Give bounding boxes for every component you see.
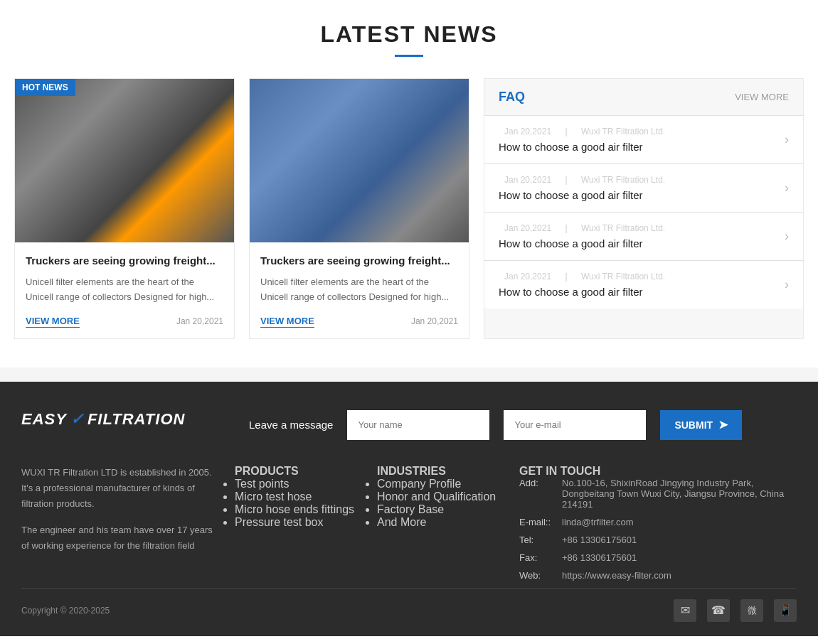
footer: EASY✓FILTRATION Leave a message SUBMIT ➤… (0, 382, 818, 636)
footer-desc-1: WUXI TR Filtration LTD is established in… (21, 465, 221, 512)
faq-item-3-question: How to choose a good air filter (499, 286, 777, 298)
contact-email-row: E-mail:: linda@trfilter.com (519, 517, 797, 527)
news-card-1-title: Truckers are seeing growing freight... (26, 253, 223, 268)
products-list: Test points Micro test hose Micro hose e… (235, 478, 377, 529)
faq-item-3[interactable]: Jan 20,2021 | Wuxi TR Filtration Ltd. Ho… (484, 261, 803, 308)
faq-item-1[interactable]: Jan 20,2021 | Wuxi TR Filtration Ltd. Ho… (484, 164, 803, 213)
product-item-2[interactable]: Micro hose ends fittings (235, 503, 377, 516)
address-label: Add: (519, 478, 555, 510)
news-card-2: Truckers are seeing growing freight... U… (249, 78, 469, 339)
wechat-social-icon[interactable]: 微 (740, 599, 763, 622)
contact-web-row: Web: https://www.easy-filter.com (519, 570, 797, 581)
tel-label: Tel: (519, 535, 555, 545)
footer-logo: EASY✓FILTRATION (21, 410, 235, 429)
industry-item-2[interactable]: Factory Base (377, 503, 519, 516)
social-icons: ✉ ☎ 微 📱 (674, 599, 797, 622)
email-social-icon[interactable]: ✉ (674, 599, 696, 622)
footer-desc-2: The engineer and his team have over 17 y… (21, 522, 221, 554)
faq-panel: FAQ VIEW MORE Jan 20,2021 | Wuxi TR Filt… (484, 78, 804, 339)
section-title: LATEST NEWS (14, 21, 804, 48)
contact-heading: GET IN TOUCH (519, 465, 797, 478)
fax-value: +86 13306175601 (562, 552, 637, 563)
product-item-0[interactable]: Test points (235, 478, 377, 490)
footer-products-col: PRODUCTS Test points Micro test hose Mic… (235, 465, 377, 588)
faq-item-0-meta: Jan 20,2021 | Wuxi TR Filtration Ltd. (499, 127, 777, 136)
footer-brand-col: WUXI TR Filtration LTD is established in… (21, 465, 235, 588)
contact-tel-row: Tel: +86 13306175601 (519, 535, 797, 545)
footer-columns-row: WUXI TR Filtration LTD is established in… (21, 465, 797, 588)
news-card-2-image (250, 79, 469, 242)
footer-logo-area: EASY✓FILTRATION (21, 410, 235, 439)
news-grid: HOT NEWS Truckers are seeing growing fre… (14, 78, 804, 339)
faq-item-3-chevron: › (785, 277, 789, 292)
submit-button[interactable]: SUBMIT ➤ (660, 410, 742, 440)
news-card-1-view-more[interactable]: VIEW MORE (26, 316, 80, 328)
product-item-1[interactable]: Micro test hose (235, 490, 377, 503)
phone-social-icon[interactable]: ☎ (707, 599, 730, 622)
address-value: No.100-16, ShixinRoad Jingying Industry … (562, 478, 797, 510)
leave-message-label: Leave a message (249, 419, 333, 431)
faq-item-1-content: Jan 20,2021 | Wuxi TR Filtration Ltd. Ho… (499, 175, 777, 201)
logo-check-icon: ✓ (70, 410, 84, 429)
news-card-2-title: Truckers are seeing growing freight... (260, 253, 458, 268)
name-input[interactable] (347, 410, 489, 440)
faq-item-2-question: How to choose a good air filter (499, 237, 777, 249)
email-label: E-mail:: (519, 517, 555, 527)
products-heading: PRODUCTS (235, 465, 377, 478)
industries-heading: INDUSTRIES (377, 465, 519, 478)
email-value: linda@trfilter.com (562, 517, 634, 527)
spacer (0, 367, 818, 382)
news-card-2-date: Jan 20,2021 (411, 316, 458, 326)
email-input[interactable] (504, 410, 646, 440)
faq-item-0-content: Jan 20,2021 | Wuxi TR Filtration Ltd. Ho… (499, 127, 777, 153)
product-item-3[interactable]: Pressure test box (235, 516, 377, 529)
faq-title: FAQ (499, 90, 525, 104)
faq-item-1-question: How to choose a good air filter (499, 189, 777, 201)
faq-item-3-meta: Jan 20,2021 | Wuxi TR Filtration Ltd. (499, 272, 777, 281)
logo-filtration: FILTRATION (87, 410, 186, 429)
section-divider (395, 55, 423, 57)
footer-bottom-bar: Copyright © 2020-2025 ✉ ☎ 微 📱 (21, 588, 797, 622)
contact-address-row: Add: No.100-16, ShixinRoad Jingying Indu… (519, 478, 797, 510)
news-card-2-footer: VIEW MORE Jan 20,2021 (260, 316, 458, 328)
faq-item-1-chevron: › (785, 181, 789, 195)
footer-industries-col: INDUSTRIES Company Profile Honor and Qua… (377, 465, 519, 588)
web-value: https://www.easy-filter.com (562, 570, 671, 581)
faq-item-2[interactable]: Jan 20,2021 | Wuxi TR Filtration Ltd. Ho… (484, 213, 803, 261)
faq-header: FAQ VIEW MORE (484, 79, 803, 116)
news-card-2-body: Truckers are seeing growing freight... U… (250, 242, 469, 338)
submit-arrow-icon: ➤ (718, 418, 728, 431)
latest-news-section: LATEST NEWS HOT NEWS Truckers are seeing… (0, 0, 818, 367)
faq-item-2-content: Jan 20,2021 | Wuxi TR Filtration Ltd. Ho… (499, 223, 777, 249)
tel-value: +86 13306175601 (562, 535, 637, 545)
fax-label: Fax: (519, 552, 555, 563)
news-card-1-image: HOT NEWS (15, 79, 234, 242)
faq-item-0-question: How to choose a good air filter (499, 141, 777, 153)
hot-news-badge: HOT NEWS (15, 79, 75, 96)
web-label: Web: (519, 570, 555, 581)
footer-contact-col: GET IN TOUCH Add: No.100-16, ShixinRoad … (519, 465, 797, 588)
contact-fax-row: Fax: +86 13306175601 (519, 552, 797, 563)
news-card-2-view-more[interactable]: VIEW MORE (260, 316, 314, 328)
submit-label: SUBMIT (674, 419, 713, 431)
copyright-text: Copyright © 2020-2025 (21, 606, 110, 616)
industry-item-1[interactable]: Honor and Qualification (377, 490, 519, 503)
faq-item-1-meta: Jan 20,2021 | Wuxi TR Filtration Ltd. (499, 175, 777, 185)
faq-item-0[interactable]: Jan 20,2021 | Wuxi TR Filtration Ltd. Ho… (484, 116, 803, 164)
whatsapp-social-icon[interactable]: 📱 (774, 599, 797, 622)
faq-item-0-chevron: › (785, 132, 789, 147)
news-card-1-desc: Unicell filter elements are the heart of… (26, 275, 223, 305)
industry-item-0[interactable]: Company Profile (377, 478, 519, 490)
footer-message-row: EASY✓FILTRATION Leave a message SUBMIT ➤ (21, 410, 797, 440)
news-card-1-footer: VIEW MORE Jan 20,2021 (26, 316, 223, 328)
news-card-2-desc: Unicell filter elements are the heart of… (260, 275, 458, 305)
logo-easy: EASY (21, 410, 67, 429)
faq-view-more[interactable]: VIEW MORE (735, 92, 789, 102)
news-card-1-date: Jan 20,2021 (176, 316, 223, 326)
faq-item-2-chevron: › (785, 229, 789, 244)
faq-item-2-meta: Jan 20,2021 | Wuxi TR Filtration Ltd. (499, 223, 777, 233)
industry-item-3[interactable]: And More (377, 516, 519, 529)
news-card-1: HOT NEWS Truckers are seeing growing fre… (14, 78, 235, 339)
faq-item-3-content: Jan 20,2021 | Wuxi TR Filtration Ltd. Ho… (499, 272, 777, 298)
news-card-1-body: Truckers are seeing growing freight... U… (15, 242, 234, 338)
